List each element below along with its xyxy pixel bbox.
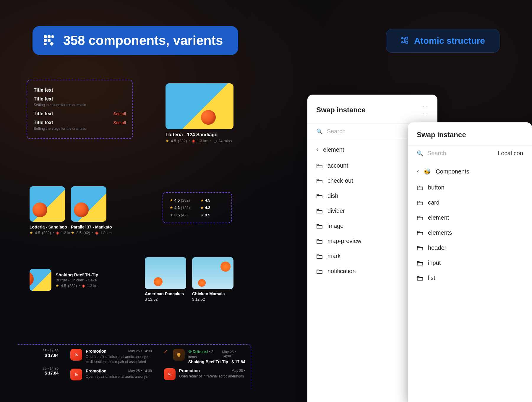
dish-thumb-icon: 🍔 — [173, 349, 185, 361]
rating-chip: ★3.5 — [200, 213, 225, 217]
star-icon: ★ — [200, 198, 204, 202]
order-dish-title: Shaking Beef Tri-Tip — [188, 359, 228, 364]
svg-rect-10 — [406, 41, 408, 43]
restaurant-card-small[interactable]: Parallel 37 - Mankato ★ 3.5 (42) •◉ 1.3 … — [71, 186, 112, 235]
search-input[interactable]: Search — [327, 128, 346, 135]
breadcrumb-label: element — [323, 146, 344, 153]
folder-label: list — [428, 275, 435, 281]
rating-chip: ★4.2 — [200, 205, 225, 210]
delivered-badge: ⦿ Delivered — [188, 350, 208, 354]
atomic-structure-badge[interactable]: Atomic structure — [386, 29, 499, 53]
svg-rect-9 — [406, 37, 408, 39]
component-folder-item[interactable]: list — [414, 270, 526, 286]
chevron-left-icon[interactable]: ‹ — [417, 168, 419, 175]
rating-value: 4.5 — [171, 139, 176, 143]
component-list: buttoncardelementelementsheaderinputlist — [408, 178, 532, 287]
promotion-item[interactable]: % PromotionMay 25 • 14:30 Open repair of… — [70, 369, 152, 380]
star-icon: ★ — [200, 213, 204, 217]
logo-icon — [42, 33, 56, 48]
promo-description: Open repair of infrarenal aortic aneurys… — [86, 374, 152, 379]
dish-name: Shaking Beef Tri-Tip — [56, 272, 98, 277]
folder-label: dish — [327, 192, 338, 199]
title-text: Title text — [34, 111, 53, 116]
restaurant-title: Lotteria - 124 Sandiago — [166, 132, 233, 137]
restaurant-card-small[interactable]: Lotteria - Sandiago ★ 4.5 (232) •◉ 1.3 k… — [30, 186, 72, 235]
promotion-item[interactable]: % PromotionMay 25 • 14:30 Open repair of… — [70, 349, 152, 364]
food-price: $ 12.52 — [145, 297, 186, 302]
atomic-label: Atomic structure — [414, 36, 485, 46]
ratings-component-group: ★4.5(232) ★4.5 ★4.2(122) ★4.2 ★3.5(42) ★… — [163, 192, 232, 223]
component-folder-item[interactable]: card — [414, 195, 526, 210]
star-icon: ★ — [71, 231, 74, 235]
chevron-left-icon[interactable]: ‹ — [316, 146, 318, 153]
folder-label: mark — [327, 253, 340, 260]
time-value: 24 mins — [218, 139, 232, 143]
star-icon: ★ — [170, 213, 173, 217]
promo-icon: % — [70, 349, 82, 361]
panel-title: Swap instance — [316, 106, 366, 114]
dish-meta: ★ 4.5 (232) •◉ 1.3 km — [56, 283, 98, 288]
order-price: $ 17.84 — [231, 359, 245, 364]
promo-date: May 25 • — [231, 369, 245, 373]
folder-label: input — [428, 260, 441, 266]
component-folder-item[interactable]: header — [414, 240, 526, 255]
title-text: Title text — [34, 87, 53, 93]
search-row: 🔍 Search Local con — [408, 145, 532, 161]
component-folder-item[interactable]: input — [414, 255, 526, 270]
folder-label: divider — [327, 208, 345, 214]
breadcrumb[interactable]: ‹ 🐝 Components — [408, 161, 532, 178]
title-subtitle: Setting the stage for the dramatic — [34, 103, 126, 107]
see-all-link[interactable]: See all — [113, 111, 126, 116]
order-item[interactable]: ✓ 🍔 ⦿ Delivered • 2 items May 25 • 14:30… — [164, 349, 245, 364]
folder-label: account — [327, 162, 348, 169]
see-all-link[interactable]: See all — [113, 120, 126, 125]
star-icon: ★ — [166, 139, 169, 143]
component-folder-item[interactable]: elements — [414, 225, 526, 240]
swap-instance-panel-front: Swap instance 🔍 Search Local con ‹ 🐝 Com… — [408, 122, 532, 402]
search-icon[interactable]: 🔍 — [417, 150, 423, 157]
folder-label: check-out — [327, 177, 353, 184]
promotion-item[interactable]: % PromotionMay 25 • Open repair of infra… — [164, 368, 245, 380]
components-emoji-icon: 🐝 — [424, 168, 431, 175]
promo-title: Promotion — [86, 369, 106, 373]
search-input[interactable]: Search — [427, 150, 446, 157]
dish-list-item[interactable]: Shaking Beef Tri-Tip Burger - Chicken - … — [30, 269, 98, 291]
restaurant-title: Parallel 37 - Mankato — [71, 225, 112, 229]
rating-chip: ★4.5(232) — [170, 198, 194, 202]
order-price: $ 17.84 — [23, 371, 59, 375]
food-price: $ 12.52 — [192, 297, 233, 302]
title-row: Title text See all — [34, 109, 126, 118]
folder-label: notification — [327, 268, 356, 275]
folder-label: button — [428, 184, 445, 191]
svg-rect-4 — [48, 39, 51, 42]
list-view-icon[interactable]: ⋯⋯ — [422, 103, 429, 117]
breadcrumb-label: Components — [436, 168, 469, 175]
restaurant-card-large[interactable]: Lotteria - 124 Sandiago ★ 4.5 (232) • ◉ … — [166, 83, 233, 143]
header-badge: 358 components, varients — [33, 26, 238, 55]
folder-label: image — [327, 223, 343, 229]
title-row: Title text See all — [34, 118, 126, 127]
promo-icon: % — [164, 368, 176, 380]
order-price: $ 17.84 — [23, 353, 59, 358]
scope-selector[interactable]: Local con — [498, 150, 523, 157]
folder-label: card — [428, 199, 439, 206]
food-card[interactable]: American Pancakes $ 12.52 — [145, 257, 186, 302]
restaurant-image — [30, 186, 65, 222]
promo-description: Open repair of infrarenal aortic aneurys… — [86, 354, 152, 364]
component-folder-item[interactable]: button — [414, 180, 526, 195]
svg-rect-6 — [50, 42, 54, 46]
location-icon: ◉ — [192, 139, 195, 143]
search-icon[interactable]: 🔍 — [316, 128, 323, 135]
svg-rect-3 — [44, 39, 47, 42]
food-title: Chicken Marsala — [192, 291, 233, 296]
promotions-group: 25 • 14:30 $ 17.84 25 • 14:30 $ 17.84 % … — [18, 344, 251, 389]
promo-title: Promotion — [86, 349, 106, 354]
structure-icon — [400, 36, 409, 46]
component-folder-item[interactable]: element — [414, 210, 526, 225]
svg-rect-0 — [44, 35, 47, 38]
promo-date: May 25 • 14:30 — [128, 349, 152, 353]
dish-categories: Burger - Chicken - Cake — [56, 278, 98, 282]
food-card[interactable]: Chicken Marsala $ 12.52 — [192, 257, 233, 302]
rating-chip: ★4.5 — [200, 198, 225, 202]
promo-date: May 25 • 14:30 — [128, 369, 152, 373]
